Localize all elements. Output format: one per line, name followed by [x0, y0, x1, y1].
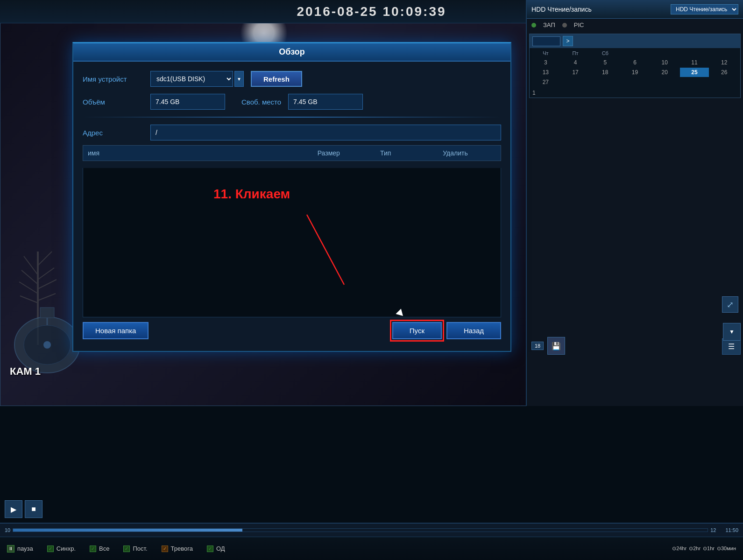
- address-input[interactable]: [150, 125, 501, 140]
- dialog: Обзор Имя устройст sdc1(USB DISK) ▼ Refr…: [72, 42, 511, 352]
- calendar-days: 3 4 5 6 10 11 12 13 17 18 19 20 25 26 27: [531, 58, 739, 87]
- col-type: Тип: [375, 146, 438, 161]
- cal-extra: 1: [530, 88, 740, 98]
- device-dropdown[interactable]: sdc1(USB DISK): [150, 71, 233, 87]
- time-30min[interactable]: ⊙30мин: [717, 546, 736, 552]
- alarm-control[interactable]: ✓ Тревога: [162, 545, 193, 552]
- timeline-bar: 10 12 11:50: [0, 524, 743, 537]
- back-button[interactable]: Назад: [446, 322, 501, 339]
- pause-icon: ⏸: [7, 545, 14, 553]
- num-badge: 18: [531, 342, 544, 350]
- pusk-btn-wrapper: Пуск: [392, 322, 442, 339]
- volume-input[interactable]: [150, 94, 225, 110]
- svg-line-1: [24, 256, 38, 275]
- pic-dot: [562, 23, 567, 28]
- calendar-next-btn[interactable]: >: [563, 36, 573, 46]
- post-checkbox[interactable]: ✓: [123, 546, 130, 552]
- day-name-sat: Сб: [590, 49, 620, 57]
- address-row: Адрес: [83, 125, 501, 140]
- annotation-text: 11. Кликаем: [213, 187, 290, 202]
- cal-day-12[interactable]: 12: [709, 58, 739, 67]
- cal-day-19[interactable]: 19: [620, 68, 650, 77]
- col-delete: Удалить: [438, 146, 501, 161]
- calendar-day-names: Чт Пт Сб: [531, 49, 739, 57]
- camera-label: КАМ 1: [10, 365, 41, 378]
- cal-day-10[interactable]: 10: [650, 58, 679, 67]
- col-size: Размер: [313, 146, 375, 161]
- svg-line-2: [38, 252, 52, 266]
- sync-label: Синхр.: [57, 545, 76, 552]
- device-select-wrapper: sdc1(USB DISK) ▼: [150, 71, 244, 87]
- cal-day-3[interactable]: 3: [531, 58, 560, 67]
- stop-button[interactable]: ■: [25, 500, 42, 518]
- hdd-title: HDD Чтение/запись: [531, 6, 671, 13]
- all-control[interactable]: ✓ Все: [90, 545, 109, 552]
- datetime-display: 2016-08-25 10:09:39: [297, 4, 446, 19]
- sync-control[interactable]: ✓ Синхр.: [47, 545, 76, 552]
- save-icon-btn[interactable]: 💾: [547, 337, 565, 355]
- tl-start: 10: [5, 527, 10, 533]
- post-control[interactable]: ✓ Пост.: [123, 545, 147, 552]
- device-row: Имя устройст sdc1(USB DISK) ▼ Refresh: [83, 71, 501, 87]
- cal-day-27[interactable]: 27: [531, 77, 560, 87]
- od-checkbox[interactable]: ✓: [207, 546, 213, 552]
- time-24hr[interactable]: ⊙24hr: [672, 546, 686, 552]
- timeline-track[interactable]: [13, 528, 708, 532]
- free-space-input[interactable]: [288, 94, 363, 110]
- dropdown-select-btn[interactable]: ▼: [723, 323, 741, 341]
- od-control[interactable]: ✓ ОД: [207, 545, 225, 552]
- expand-icon[interactable]: ⤢: [722, 296, 738, 313]
- panel-dropdown-btn[interactable]: ▼: [723, 323, 741, 341]
- device-label: Имя устройст: [83, 75, 143, 83]
- hdd-dropdown[interactable]: HDD Чтение/запись: [671, 4, 738, 14]
- free-space-label: Своб. место: [241, 98, 281, 106]
- od-label: ОД: [216, 545, 225, 552]
- alarm-checkbox[interactable]: ✓: [162, 546, 168, 552]
- cal-day-5[interactable]: 5: [590, 58, 620, 67]
- day-name-fri: Пт: [561, 49, 590, 57]
- cal-day-13[interactable]: 13: [531, 68, 560, 77]
- sync-checkbox[interactable]: ✓: [47, 546, 54, 552]
- file-list-area: [83, 168, 501, 317]
- play-button[interactable]: ▶: [5, 500, 22, 518]
- all-checkbox[interactable]: ✓: [90, 546, 96, 552]
- list-icon-btn[interactable]: ☰: [722, 338, 741, 355]
- svg-line-5: [19, 282, 38, 294]
- time-1hr[interactable]: ⊙1hr: [703, 546, 715, 552]
- right-panel: HDD Чтение/запись HDD Чтение/запись ЗАП …: [526, 0, 743, 406]
- cal-day-18[interactable]: 18: [590, 68, 620, 77]
- cal-day-6[interactable]: 6: [620, 58, 650, 67]
- rec-dot: [531, 23, 536, 28]
- volume-label: Объём: [83, 98, 143, 106]
- refresh-button[interactable]: Refresh: [251, 71, 302, 87]
- svg-point-11: [43, 341, 51, 349]
- address-label: Адрес: [83, 129, 143, 137]
- file-table: имя Размер Тип Удалить: [83, 145, 501, 161]
- tl-end: 12: [710, 527, 716, 533]
- alarm-label: Тревога: [171, 545, 193, 552]
- svg-line-6: [38, 280, 57, 289]
- pic-label: PIC: [574, 21, 584, 28]
- start-button[interactable]: Пуск: [392, 322, 442, 339]
- svg-rect-13: [40, 308, 54, 318]
- new-folder-button[interactable]: Новая папка: [83, 322, 149, 339]
- pause-control[interactable]: ⏸ пауза: [7, 545, 33, 553]
- dialog-body: Имя устройст sdc1(USB DISK) ▼ Refresh Об…: [73, 62, 510, 351]
- cal-day-4[interactable]: 4: [561, 58, 590, 67]
- time-2hr[interactable]: ⊙2hr: [689, 546, 701, 552]
- svg-line-4: [38, 268, 54, 280]
- dialog-footer: Новая папка Пуск Назад: [83, 317, 501, 342]
- cal-day-25[interactable]: 25: [680, 68, 709, 77]
- status-footer: ⏸ пауза ✓ Синхр. ✓ Все ✓ Пост.: [0, 537, 743, 560]
- cal-day-20[interactable]: 20: [650, 68, 679, 77]
- device-dropdown-arrow[interactable]: ▼: [234, 71, 244, 87]
- hdd-header: HDD Чтение/запись HDD Чтение/запись: [527, 0, 743, 19]
- bottom-bar: 10 12 11:50 ⏸ пауза ✓ Синхр. ✓ Все: [0, 523, 743, 560]
- rec-label: ЗАП: [543, 21, 555, 28]
- pause-label: пауза: [17, 545, 33, 552]
- cal-day-11[interactable]: 11: [680, 58, 709, 67]
- cal-day-26[interactable]: 26: [709, 68, 739, 77]
- day-name-thu: Чт: [531, 49, 560, 57]
- cal-day-17[interactable]: 17: [561, 68, 590, 77]
- calendar-year[interactable]: 2016: [532, 36, 560, 46]
